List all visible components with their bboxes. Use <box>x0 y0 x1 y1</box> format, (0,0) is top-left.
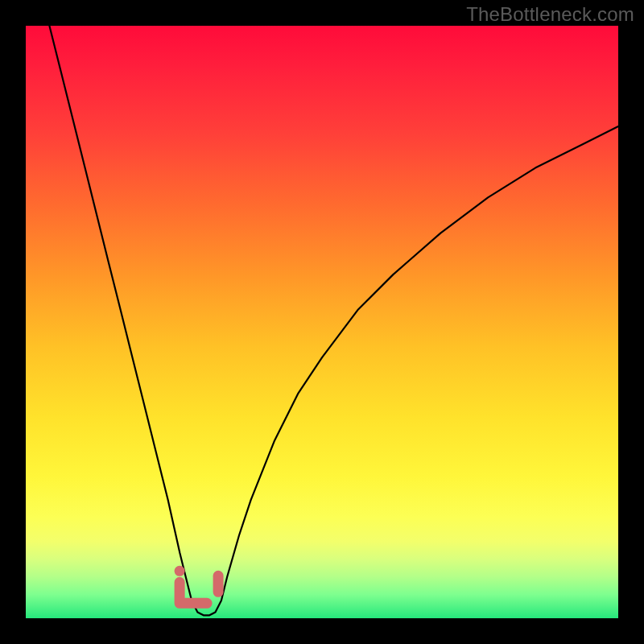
curve-svg <box>26 26 618 618</box>
chart-frame: TheBottleneck.com <box>0 0 644 644</box>
bottleneck-curve <box>49 26 618 615</box>
svg-point-0 <box>175 566 185 576</box>
plot-area <box>26 26 618 618</box>
watermark-text: TheBottleneck.com <box>466 3 634 26</box>
minimum-marker-icon <box>175 566 219 604</box>
